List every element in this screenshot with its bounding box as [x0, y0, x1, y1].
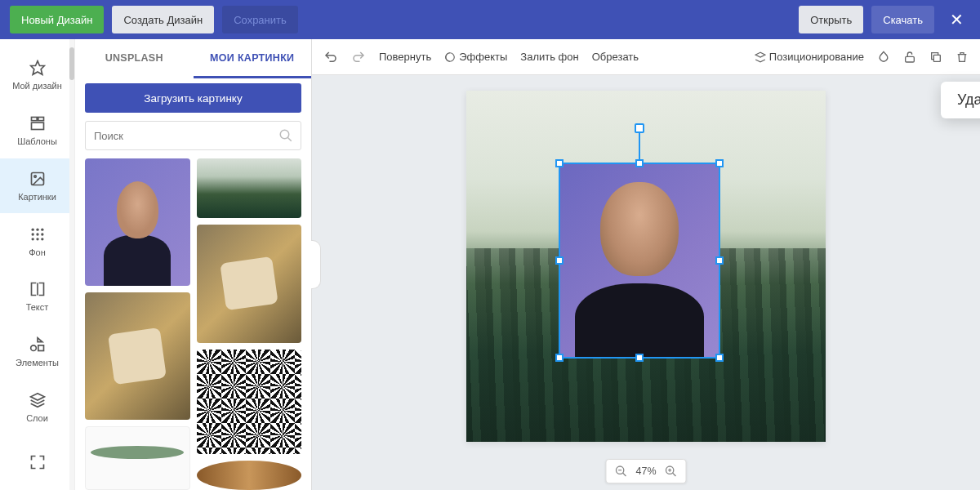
tab-my-images[interactable]: МОИ КАРТИНКИ	[194, 39, 312, 78]
svg-line-26	[622, 473, 626, 476]
svg-point-5	[33, 176, 36, 178]
star-icon	[29, 59, 47, 77]
rail-templates[interactable]: Шаблоны	[0, 103, 74, 158]
left-rail: Мой дизайн Шаблоны Картинки Фон Текст Эл…	[0, 39, 75, 490]
svg-point-8	[41, 228, 43, 230]
gallery-item[interactable]	[197, 225, 302, 344]
design-canvas[interactable]	[466, 91, 826, 442]
expand-icon	[29, 453, 47, 471]
svg-point-19	[280, 130, 289, 139]
svg-point-6	[31, 228, 33, 230]
context-toolbar: Повернуть Эффекты Залить фон Обрезать По…	[312, 39, 980, 75]
rail-fullscreen[interactable]	[0, 434, 74, 490]
open-button[interactable]: Открыть	[799, 6, 863, 33]
search-icon	[278, 128, 293, 143]
opacity-icon[interactable]	[877, 51, 890, 64]
rail-images[interactable]: Картинки	[0, 158, 74, 214]
gallery-item[interactable]	[85, 158, 190, 286]
delete-icon[interactable]	[956, 51, 969, 64]
svg-line-29	[673, 473, 676, 476]
svg-rect-3	[31, 122, 43, 129]
svg-rect-1	[31, 118, 37, 121]
rail-label: Элементы	[16, 358, 59, 368]
layers-icon	[29, 391, 47, 409]
svg-point-13	[36, 238, 38, 240]
image-gallery	[75, 158, 311, 490]
download-button[interactable]: Скачать	[871, 6, 934, 33]
rail-my-design[interactable]: Мой дизайн	[0, 47, 74, 103]
save-button: Сохранить	[222, 6, 298, 33]
canvas-area: Повернуть Эффекты Залить фон Обрезать По…	[312, 39, 980, 490]
close-icon[interactable]: ✕	[942, 6, 970, 33]
zoom-in-icon[interactable]	[665, 465, 678, 478]
upload-image-button[interactable]: Загрузить картинку	[85, 83, 301, 113]
undo-icon[interactable]	[323, 50, 338, 65]
svg-point-9	[31, 233, 33, 235]
shapes-icon	[29, 336, 47, 354]
rotate-button[interactable]: Повернуть	[379, 51, 431, 63]
rail-text[interactable]: Текст	[0, 269, 74, 324]
tab-unsplash[interactable]: UNSPLASH	[75, 39, 194, 78]
rail-background[interactable]: Фон	[0, 213, 74, 269]
svg-marker-0	[30, 61, 44, 75]
new-design-button[interactable]: Новый Дизайн	[10, 6, 104, 33]
zoom-value: 47%	[635, 466, 656, 477]
canvas-viewport[interactable]: 47%	[312, 75, 980, 490]
rail-layers[interactable]: Слои	[0, 380, 74, 435]
duplicate-icon[interactable]	[929, 51, 942, 64]
zoom-out-icon[interactable]	[614, 465, 627, 478]
gallery-item[interactable]	[85, 292, 190, 420]
svg-rect-24	[933, 55, 940, 61]
text-icon	[29, 280, 47, 298]
position-button[interactable]: Позиционирование	[755, 51, 864, 63]
svg-marker-22	[755, 52, 765, 57]
rail-label: Мой дизайн	[12, 81, 62, 91]
gallery-item[interactable]	[197, 158, 302, 218]
rail-scrollbar[interactable]	[69, 39, 74, 490]
svg-point-16	[30, 345, 36, 351]
svg-point-7	[36, 228, 38, 230]
rail-elements[interactable]: Элементы	[0, 324, 74, 380]
rail-label: Фон	[29, 247, 46, 257]
svg-marker-15	[38, 338, 42, 342]
svg-marker-18	[30, 394, 44, 400]
svg-rect-17	[38, 345, 43, 351]
effects-button[interactable]: Эффекты	[444, 51, 507, 63]
rail-label: Картинки	[18, 192, 56, 202]
top-bar: Новый Дизайн Создать Дизайн Сохранить От…	[0, 0, 980, 39]
rail-label: Шаблоны	[17, 136, 57, 146]
create-design-button[interactable]: Создать Дизайн	[112, 6, 214, 33]
gallery-item[interactable]	[85, 426, 190, 490]
gallery-item[interactable]	[197, 350, 302, 453]
svg-point-14	[41, 238, 43, 240]
fill-bg-button[interactable]: Залить фон	[520, 51, 578, 63]
redo-icon[interactable]	[351, 50, 366, 65]
svg-point-11	[41, 233, 43, 235]
zoom-control: 47%	[605, 459, 686, 483]
search-input[interactable]	[85, 121, 301, 150]
selected-image[interactable]	[559, 163, 720, 359]
crop-button[interactable]: Обрезать	[592, 51, 639, 63]
svg-rect-2	[38, 118, 43, 121]
templates-icon	[29, 114, 47, 132]
svg-point-10	[36, 233, 38, 235]
rail-label: Слои	[26, 413, 48, 423]
gallery-item[interactable]	[197, 461, 302, 490]
svg-point-12	[31, 238, 33, 240]
rail-label: Текст	[26, 302, 49, 312]
images-panel: UNSPLASH МОИ КАРТИНКИ Загрузить картинку	[75, 39, 312, 490]
svg-line-20	[287, 137, 292, 141]
unlock-icon[interactable]	[903, 51, 916, 64]
image-icon	[29, 170, 47, 188]
svg-rect-23	[906, 56, 915, 62]
remove-bg-tooltip: Удалить фон	[941, 82, 980, 118]
grid-icon	[29, 225, 47, 243]
